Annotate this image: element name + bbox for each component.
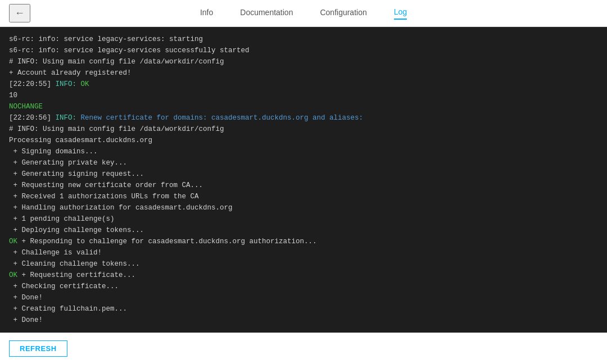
refresh-button[interactable]: REFRESH xyxy=(9,340,67,357)
log-line: s6-rc: info: service legacy-services suc… xyxy=(9,45,598,56)
tab-info[interactable]: Info xyxy=(200,8,213,19)
tab-documentation[interactable]: Documentation xyxy=(240,8,293,19)
log-line: # INFO: Using main config file /data/wor… xyxy=(9,56,598,67)
log-line: # INFO: Using main config file /data/wor… xyxy=(9,124,598,135)
footer: REFRESH xyxy=(0,333,607,364)
log-line: + Account already registered! xyxy=(9,67,598,79)
log-line: [22:20:55] INFO: OK xyxy=(9,79,598,90)
log-line: + Done! xyxy=(9,292,598,303)
log-line: + Cleaning challenge tokens... xyxy=(9,258,598,270)
log-line: + Done! xyxy=(9,315,598,326)
log-line: + Signing domains... xyxy=(9,146,598,157)
log-line: OK + Requesting certificate... xyxy=(9,270,598,281)
back-icon: ← xyxy=(15,7,25,19)
tab-configuration[interactable]: Configuration xyxy=(320,8,366,19)
log-line: NOCHANGE xyxy=(9,101,598,112)
log-line: + Handling authorization for casadesmart… xyxy=(9,202,598,213)
log-line: s6-rc: info: service legacy-services: st… xyxy=(9,34,598,45)
header: ← Info Documentation Configuration Log xyxy=(0,0,607,27)
tab-log[interactable]: Log xyxy=(394,7,407,20)
tab-bar: Info Documentation Configuration Log xyxy=(200,7,407,20)
log-line: OK + Responding to challenge for casades… xyxy=(9,236,598,247)
log-line: + Received 1 authorizations URLs from th… xyxy=(9,191,598,202)
log-line: 10 xyxy=(9,90,598,101)
log-line: + Generating signing request... xyxy=(9,169,598,180)
log-line: Processing casadesmart.duckdns.org xyxy=(9,135,598,146)
log-line: + Checking certificate... xyxy=(9,281,598,292)
log-line: + Requesting new certificate order from … xyxy=(9,180,598,191)
back-button[interactable]: ← xyxy=(9,4,30,22)
log-line: + Creating fullchain.pem... xyxy=(9,303,598,315)
log-line: + Deploying challenge tokens... xyxy=(9,225,598,236)
log-line: + Challenge is valid! xyxy=(9,247,598,258)
log-line: + Generating private key... xyxy=(9,157,598,169)
log-output: s6-rc: info: service legacy-services: st… xyxy=(0,27,607,333)
log-line: [22:20:56] INFO: Renew certificate for d… xyxy=(9,112,598,124)
log-line: + 1 pending challenge(s) xyxy=(9,213,598,225)
